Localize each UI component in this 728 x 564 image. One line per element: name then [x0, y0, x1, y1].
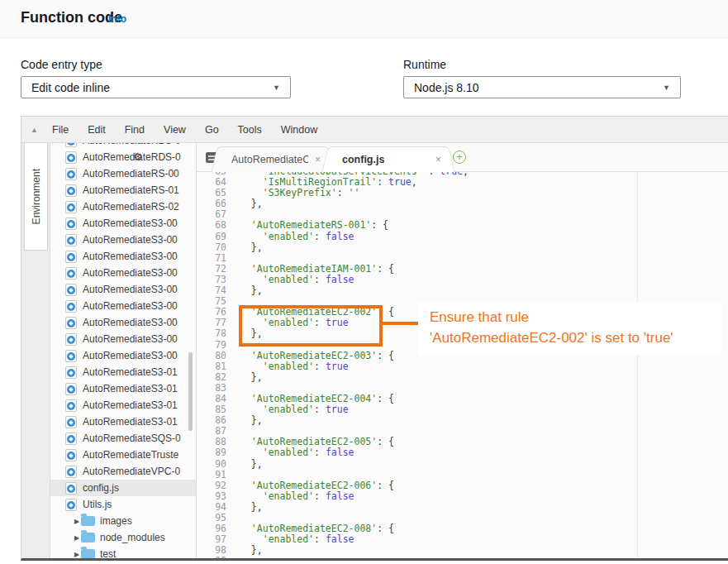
tree-item-autoremediates3-00[interactable]: AutoRemediateS3-00 [50, 347, 196, 364]
folder-expand-arrow-icon[interactable]: ▶ [74, 518, 81, 525]
code-text: 'AutoRemediateEC2-006': { [226, 480, 394, 491]
file-icon [65, 482, 77, 495]
tree-item-autoremediatevpc-0[interactable]: AutoRemediateVPC-0 [50, 463, 196, 480]
line-number: 93 [197, 491, 226, 502]
callout-text-line1: Ensure that rule [430, 307, 721, 327]
file-icon [65, 300, 77, 313]
tree-item-autoremediates3-00[interactable]: AutoRemediateS3-00 [50, 331, 196, 347]
code-line-70[interactable]: 70 }, [197, 242, 728, 253]
code-text: 'AutoRemediateEC2-002': { [226, 306, 394, 318]
file-icon [65, 383, 77, 395]
environment-tab[interactable]: Environment [24, 143, 48, 251]
code-area[interactable]: 63 'IncludeGlobalServiceEvents' : true,6… [197, 172, 728, 558]
tree-item-autoremediatetruste[interactable]: AutoRemediateTruste [50, 447, 196, 463]
code-line-93[interactable]: 93 'enabled': false [197, 491, 728, 502]
code-text [226, 252, 240, 264]
code-line-89[interactable]: 89 'enabled': false [197, 447, 728, 458]
code-line-81[interactable]: 81 'enabled': true [197, 361, 728, 372]
file-icon [65, 366, 77, 379]
tree-scrollbar[interactable] [188, 352, 193, 431]
code-line-82[interactable]: 82 }, [197, 372, 728, 383]
code-text: }, [226, 327, 263, 339]
tree-item-node-modules[interactable]: ▶node_modules [50, 529, 196, 546]
tree-item-autoremediates3-00[interactable]: AutoRemediateS3-00 [50, 265, 196, 281]
tree-item-autoremediates3-00[interactable]: AutoRemediateS3-00 [50, 215, 196, 232]
file-icon [65, 184, 77, 197]
folder-expand-arrow-icon[interactable]: ▶ [74, 551, 81, 558]
line-number: 70 [197, 242, 226, 253]
tree-item-label: images [100, 515, 132, 527]
runtime-select[interactable]: Node.js 8.10 ▼ [403, 76, 681, 98]
tree-item-autoremediates3-01[interactable]: AutoRemediateS3-01 [50, 397, 196, 413]
code-line-73[interactable]: 73 'enabled': false [197, 275, 728, 285]
code-line-98[interactable]: 98 }, [197, 545, 728, 556]
close-icon[interactable]: × [435, 154, 441, 165]
folder-expand-arrow-icon[interactable]: ▶ [74, 534, 81, 542]
code-line-85[interactable]: 85 'enabled': true [197, 404, 728, 415]
tree-item-label: AutoRemediateS3-00 [83, 217, 178, 229]
tree-item-autoremediates3-01[interactable]: AutoRemediateS3-01 [50, 364, 196, 380]
file-icon [65, 466, 77, 478]
line-number: 89 [197, 447, 226, 458]
collapse-panel-icon[interactable]: ▲ [31, 126, 38, 134]
tree-item-autoremediaterds-0[interactable]: AutoRemediateRDS-0⚙ [50, 149, 196, 165]
code-text: 'enabled': false [226, 274, 354, 285]
editor-pane: AutoRemediateC × config.js × + 63 'Inclu… [197, 143, 728, 558]
tree-item-config-js[interactable]: config.js [50, 480, 196, 496]
tree-item-autoremediaters-00[interactable]: AutoRemediateRS-00 [50, 165, 196, 182]
folder-icon [81, 533, 95, 542]
tree-item-autoremediaters-01[interactable]: AutoRemediateRS-01 [50, 182, 196, 198]
tree-item-autoremediatesqs-0[interactable]: AutoRemediateSQS-0 [50, 430, 196, 447]
file-icon [65, 284, 77, 296]
tree-item-autoremediates3-00[interactable]: AutoRemediateS3-00 [50, 298, 196, 314]
code-text: }, [226, 371, 263, 383]
code-text [226, 555, 240, 558]
code-line-97[interactable]: 97 'enabled': false [197, 534, 728, 545]
line-number: 81 [197, 361, 226, 372]
code-line-94[interactable]: 94 }, [197, 502, 728, 513]
code-line-66[interactable]: 66 }, [197, 198, 728, 209]
info-link[interactable]: Info [108, 13, 126, 25]
line-number: 90 [197, 459, 226, 470]
menu-item-file[interactable]: File [52, 124, 69, 136]
tree-item-autoremediaterds-0[interactable]: AutoRemediateRDS-0 [50, 143, 196, 149]
menu-item-edit[interactable]: Edit [88, 124, 106, 136]
code-line-90[interactable]: 90 }, [197, 459, 728, 470]
line-number: 82 [197, 372, 226, 383]
close-icon[interactable]: × [315, 154, 321, 165]
code-text: }, [226, 414, 263, 426]
tree-item-autoremediates3-00[interactable]: AutoRemediateS3-00 [50, 281, 196, 298]
tree-item-label: AutoRemediateRDS-0 [83, 143, 181, 146]
code-line-69[interactable]: 69 'enabled': false [197, 232, 728, 242]
tree-item-autoremediates3-01[interactable]: AutoRemediateS3-01 [50, 413, 196, 430]
menu-item-find[interactable]: Find [125, 124, 145, 136]
tree-item-images[interactable]: ▶images [50, 513, 196, 529]
code-line-65[interactable]: 65 'S3KeyPrefix': '' [197, 188, 728, 198]
menu-item-go[interactable]: Go [205, 124, 219, 136]
new-tab-icon[interactable]: + [453, 151, 466, 164]
menu-item-window[interactable]: Window [281, 124, 317, 136]
menu-item-view[interactable]: View [164, 124, 186, 136]
file-tree-panel: AutoRemediateRDS-0AutoRemediateRDS-0⚙Aut… [50, 143, 197, 558]
tree-item-autoremediates3-00[interactable]: AutoRemediateS3-00 [50, 232, 196, 248]
line-number: 71 [197, 253, 226, 264]
code-line-86[interactable]: 86 }, [197, 415, 728, 426]
tree-item-autoremediates3-00[interactable]: AutoRemediateS3-00 [50, 248, 196, 265]
tree-item-label: AutoRemediateS3-00 [83, 317, 178, 328]
file-icon [65, 499, 77, 511]
tree-item-autoremediaters-02[interactable]: AutoRemediateRS-02 [50, 198, 196, 215]
tree-item-autoremediates3-01[interactable]: AutoRemediateS3-01 [50, 380, 196, 397]
tree-item-test[interactable]: ▶test [50, 546, 196, 558]
code-entry-type-select[interactable]: Edit code inline ▼ [21, 76, 291, 98]
menu-item-tools[interactable]: Tools [238, 124, 262, 136]
code-text: }, [226, 501, 263, 513]
tree-item-autoremediates3-00[interactable]: AutoRemediateS3-00 [50, 314, 196, 331]
tree-item-utils-js[interactable]: Utils.js [50, 496, 196, 513]
file-icon [65, 151, 77, 164]
tab-autoremediatec[interactable]: AutoRemediateC × [220, 146, 326, 172]
code-line-74[interactable]: 74 }, [197, 285, 728, 296]
code-text: }, [226, 544, 263, 556]
code-line-99[interactable]: 99 [197, 556, 728, 558]
code-text: 'enabled': true [226, 317, 349, 328]
tab-config-js[interactable]: config.js × [331, 146, 446, 172]
